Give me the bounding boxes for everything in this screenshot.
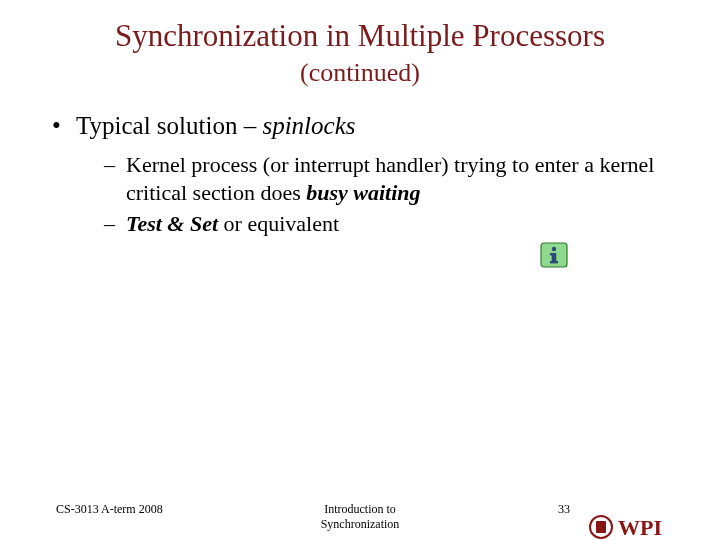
sub-bullet-text-tail: or equivalent — [218, 211, 339, 236]
logo-text: WPI — [618, 515, 662, 540]
sub-bullet-text-emph: busy waiting — [306, 180, 420, 205]
svg-rect-4 — [550, 261, 558, 263]
slide: Synchronization in Multiple Processors (… — [0, 18, 720, 540]
sub-bullet-item: – Kernel process (or interrupt handler) … — [104, 151, 676, 206]
slide-subtitle: (continued) — [0, 58, 720, 88]
slide-title: Synchronization in Multiple Processors — [0, 18, 720, 54]
bullet-marker: • — [52, 110, 61, 141]
bullet-text-emph: spinlocks — [262, 112, 355, 139]
dash-marker: – — [104, 151, 115, 179]
bullet-item: • Typical solution – spinlocks – Kernel … — [52, 110, 676, 238]
bullet-list-level2: – Kernel process (or interrupt handler) … — [76, 151, 676, 238]
svg-point-1 — [552, 247, 556, 251]
dash-marker: – — [104, 210, 115, 238]
svg-rect-6 — [596, 521, 606, 533]
sub-bullet-item: – Test & Set or equivalent — [104, 210, 676, 238]
sub-bullet-text-emph: Test & Set — [126, 211, 218, 236]
bullet-list-level1: • Typical solution – spinlocks – Kernel … — [52, 110, 676, 238]
bullet-text-plain: Typical solution – — [76, 112, 262, 139]
info-icon[interactable] — [540, 242, 568, 268]
wpi-logo: WPI — [588, 512, 688, 540]
slide-body: • Typical solution – spinlocks – Kernel … — [0, 110, 720, 238]
svg-rect-3 — [550, 253, 555, 255]
footer-page-number: 33 — [558, 502, 570, 517]
